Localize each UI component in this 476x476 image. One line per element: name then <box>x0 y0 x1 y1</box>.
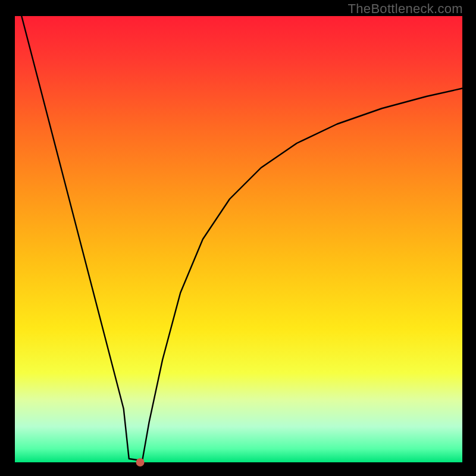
minimum-marker <box>136 458 145 466</box>
chart-canvas <box>0 0 476 476</box>
chart-frame: TheBottleneck.com <box>0 0 476 476</box>
plot-background <box>15 16 462 462</box>
